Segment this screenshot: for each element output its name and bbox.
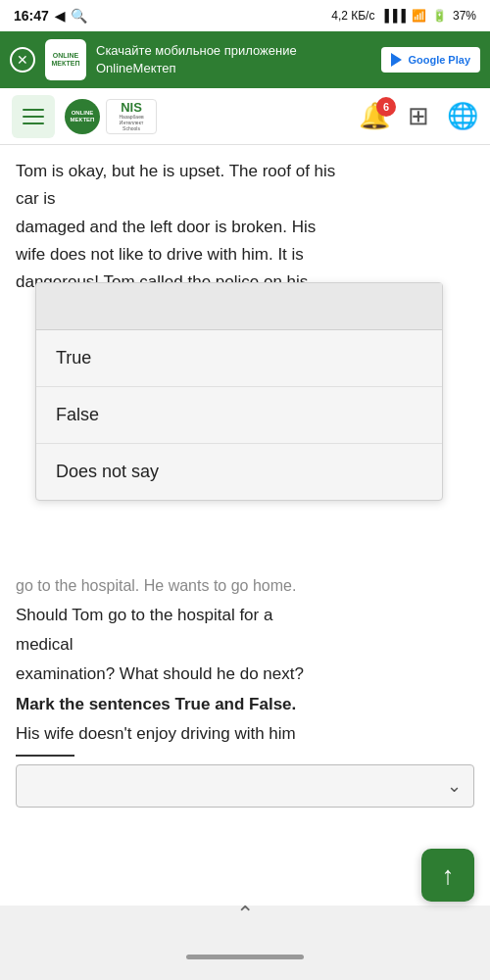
chevron-down-icon[interactable]: ⌄ xyxy=(447,775,462,797)
banner-logo: ONLINEМЕКТЕП xyxy=(45,39,86,80)
grid-menu-icon[interactable]: ⊞ xyxy=(408,101,429,131)
close-icon: ✕ xyxy=(17,52,28,68)
online-mektep-logo: ONLINEМЕКТЕП xyxy=(65,99,100,134)
dropdown-item-does-not-say[interactable]: Does not say xyxy=(36,444,442,500)
answer-dropdown: True False Does not say xyxy=(35,282,443,501)
dropdown-spacer xyxy=(36,283,442,330)
upload-arrow-icon: ↑ xyxy=(442,862,455,888)
banner-logo-text: ONLINEМЕКТЕП xyxy=(52,52,80,69)
upload-button[interactable]: ↑ xyxy=(421,849,474,902)
answer-input-row[interactable]: ⌄ xyxy=(16,764,474,808)
notifications-button[interactable]: 🔔 6 xyxy=(359,101,390,131)
google-play-label: Google Play xyxy=(408,54,470,66)
signal-bars-icon: ▐▐▐ xyxy=(380,9,406,23)
passage-continue-1: Should Tom go to the hospital for a xyxy=(16,603,474,628)
blurred-passage-line: go to the hospital. He wants to go home. xyxy=(16,574,474,599)
passage-continue-3: examination? What should he do next? xyxy=(16,662,474,687)
passage-continue-2: medical xyxy=(16,632,474,658)
hamburger-line-2 xyxy=(23,116,44,118)
task-sentence: His wife doesn't enjoy driving with him xyxy=(16,721,474,747)
answer-input-field[interactable] xyxy=(28,777,447,795)
nis-subtext: НазарбаевИнтеллектSchools xyxy=(119,114,143,131)
promo-banner: ✕ ONLINEМЕКТЕП Скачайте мобильное прилож… xyxy=(0,31,490,88)
location-icon: ◀ xyxy=(55,9,65,24)
nis-logo: NIS НазарбаевИнтеллектSchools xyxy=(106,99,157,134)
home-indicator xyxy=(186,955,304,959)
hamburger-line-3 xyxy=(23,122,44,124)
passage-line-3: damaged and the left door is broken. His xyxy=(16,215,474,240)
battery-icon: 🔋 xyxy=(432,9,447,23)
bottom-padding xyxy=(16,808,474,906)
hamburger-menu-button[interactable] xyxy=(12,95,55,138)
banner-close-button[interactable]: ✕ xyxy=(10,47,35,73)
bottom-nav-chevron: ⌃ xyxy=(236,902,254,927)
banner-description: Скачайте мобильное приложение OnlineMект… xyxy=(96,42,371,77)
hamburger-line-1 xyxy=(23,109,44,111)
nis-text: NIS xyxy=(121,101,142,114)
search-icon: 🔍 xyxy=(71,8,87,24)
passage-line-1: Tom is okay, but he is upset. The roof o… xyxy=(16,159,474,184)
globe-icon[interactable]: 🌐 xyxy=(447,101,478,131)
status-right-area: 4,2 КБ/с ▐▐▐ 📶 🔋 37% xyxy=(331,9,476,23)
passage-line-4: wife does not like to drive with him. It… xyxy=(16,242,474,268)
chevron-up-icon: ⌃ xyxy=(236,902,254,926)
time-display: 16:47 xyxy=(14,8,49,24)
status-bar: 16:47 ◀ 🔍 4,2 КБ/с ▐▐▐ 📶 🔋 37% xyxy=(0,0,490,31)
status-time-area: 16:47 ◀ 🔍 xyxy=(14,8,87,24)
data-speed: 4,2 КБ/с xyxy=(331,9,374,23)
bottom-bar xyxy=(0,933,490,980)
navbar-logos-area: ONLINEМЕКТЕП NIS НазарбаевИнтеллектSchoo… xyxy=(65,99,349,134)
main-content: Tom is okay, but he is upset. The roof o… xyxy=(0,145,490,906)
passage-line-2: car is xyxy=(16,186,474,212)
dropdown-item-false[interactable]: False xyxy=(36,387,442,444)
play-triangle-icon xyxy=(391,53,402,67)
navbar: ONLINEМЕКТЕП NIS НазарбаевИнтеллектSchoo… xyxy=(0,88,490,145)
answer-underline xyxy=(16,755,74,757)
logo-text: ONLINEМЕКТЕП xyxy=(71,110,95,122)
dropdown-item-true[interactable]: True xyxy=(36,330,442,387)
task-instruction: Mark the sentences True and False. xyxy=(16,692,474,717)
wifi-icon: 📶 xyxy=(412,9,426,23)
notification-badge: 6 xyxy=(376,97,396,117)
battery-percent: 37% xyxy=(453,9,476,23)
google-play-button[interactable]: Google Play xyxy=(381,47,480,73)
